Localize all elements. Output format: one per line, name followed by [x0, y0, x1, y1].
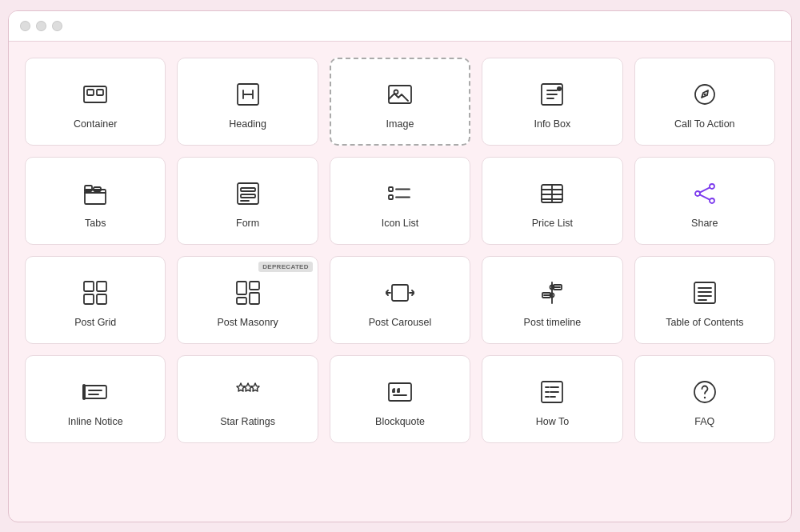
traffic-light-minimize[interactable]: [36, 21, 46, 31]
container-label: Container: [74, 118, 117, 130]
card-info-box[interactable]: Info Box: [482, 58, 622, 146]
info-box-label: Info Box: [534, 118, 570, 130]
svg-rect-36: [97, 282, 106, 291]
card-tabs[interactable]: Tabs: [25, 157, 166, 245]
svg-point-31: [695, 191, 700, 196]
svg-point-12: [703, 93, 706, 95]
card-form[interactable]: Form: [177, 157, 318, 245]
how-to-icon: [534, 374, 570, 410]
svg-rect-40: [250, 282, 259, 290]
svg-point-30: [710, 184, 714, 189]
share-icon: [687, 176, 722, 211]
svg-point-32: [710, 198, 714, 203]
star-ratings-icon: [230, 374, 266, 410]
blockquote-label: Blockquote: [375, 416, 425, 427]
form-icon: [230, 176, 266, 211]
post-carousel-icon: [382, 275, 418, 310]
share-label: Share: [691, 218, 718, 229]
post-carousel-label: Post Carousel: [369, 317, 432, 328]
card-image[interactable]: Image: [330, 58, 470, 146]
how-to-label: How To: [536, 416, 569, 427]
price-list-icon: [534, 176, 570, 211]
faq-label: FAQ: [694, 416, 714, 427]
card-post-masonry[interactable]: DEPRECATED Post Masonry: [177, 256, 318, 344]
call-to-action-label: Call To Action: [674, 118, 735, 130]
card-post-carousel[interactable]: Post Carousel: [330, 256, 470, 344]
star-ratings-label: Star Ratings: [220, 416, 275, 427]
svg-line-34: [700, 194, 710, 199]
price-list-label: Price List: [532, 218, 573, 229]
titlebar: [9, 11, 791, 42]
inline-notice-label: Inline Notice: [68, 416, 123, 427]
card-blockquote[interactable]: Blockquote: [330, 355, 470, 443]
traffic-light-close[interactable]: [20, 21, 30, 31]
form-label: Form: [236, 218, 259, 229]
post-grid-label: Post Grid: [74, 317, 116, 328]
card-inline-notice[interactable]: Inline Notice: [25, 355, 166, 443]
tabs-icon: [78, 176, 113, 211]
deprecated-badge: DEPRECATED: [258, 262, 313, 272]
svg-rect-21: [389, 187, 393, 191]
card-post-grid[interactable]: Post Grid: [25, 256, 166, 344]
svg-point-70: [704, 396, 706, 398]
post-timeline-icon: [534, 275, 570, 310]
card-post-timeline[interactable]: Post timeline: [482, 256, 622, 344]
card-icon-list[interactable]: Icon List: [330, 157, 470, 245]
svg-rect-1: [87, 90, 94, 95]
svg-rect-14: [85, 186, 92, 191]
card-how-to[interactable]: How To: [482, 355, 622, 443]
post-timeline-label: Post timeline: [524, 317, 582, 328]
svg-rect-35: [84, 282, 94, 291]
tabs-label: Tabs: [85, 218, 106, 229]
traffic-light-maximize[interactable]: [52, 21, 62, 31]
block-grid: Container Heading Image Info Box Call To…: [25, 58, 775, 443]
svg-rect-17: [241, 188, 255, 191]
svg-rect-41: [250, 293, 259, 304]
window: Container Heading Image Info Box Call To…: [8, 10, 792, 522]
info-box-icon: [534, 77, 570, 112]
svg-rect-43: [392, 285, 408, 301]
svg-rect-56: [84, 386, 106, 398]
inline-notice-icon: [78, 374, 113, 410]
container-icon: [78, 77, 113, 112]
card-table-of-contents[interactable]: Table of Contents: [634, 256, 775, 344]
card-container[interactable]: Container: [25, 58, 166, 146]
call-to-action-icon: [687, 77, 722, 112]
grid-content: Container Heading Image Info Box Call To…: [9, 42, 791, 522]
svg-rect-37: [84, 294, 94, 304]
svg-rect-42: [237, 298, 246, 304]
table-of-contents-label: Table of Contents: [666, 317, 743, 328]
card-call-to-action[interactable]: Call To Action: [634, 58, 775, 146]
svg-rect-18: [241, 194, 255, 198]
post-masonry-icon: [230, 275, 266, 310]
card-share[interactable]: Share: [634, 157, 775, 245]
post-masonry-label: Post Masonry: [217, 317, 278, 328]
svg-line-33: [700, 187, 710, 192]
blockquote-icon: [382, 374, 418, 410]
icon-list-label: Icon List: [382, 218, 419, 229]
card-star-ratings[interactable]: Star Ratings: [177, 355, 318, 443]
image-label: Image: [386, 118, 414, 130]
icon-list-icon: [382, 176, 418, 211]
svg-rect-23: [389, 195, 393, 199]
heading-icon: [230, 77, 266, 112]
card-faq[interactable]: FAQ: [634, 355, 775, 443]
table-of-contents-icon: [687, 275, 722, 310]
svg-rect-38: [97, 294, 106, 304]
svg-rect-39: [237, 282, 246, 294]
traffic-lights: [20, 21, 62, 31]
image-icon: [382, 77, 418, 112]
card-heading[interactable]: Heading: [177, 58, 318, 146]
heading-label: Heading: [229, 118, 266, 130]
card-price-list[interactable]: Price List: [482, 157, 622, 245]
svg-rect-2: [97, 90, 103, 95]
post-grid-icon: [78, 275, 113, 310]
faq-icon: [687, 374, 722, 410]
svg-point-10: [557, 86, 562, 91]
